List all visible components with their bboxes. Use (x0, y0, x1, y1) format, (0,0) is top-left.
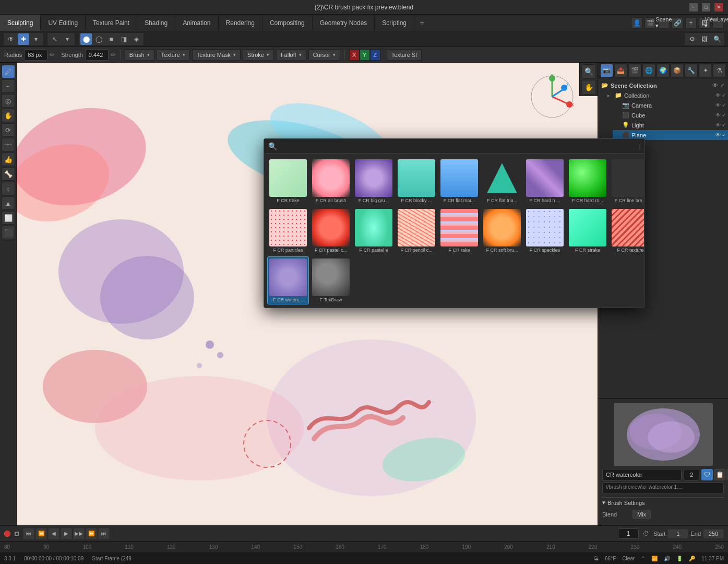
record-button[interactable] (4, 531, 10, 537)
tool-grab[interactable]: ✋ (2, 109, 15, 122)
brush-item-2[interactable]: F CR big gru... (353, 157, 395, 206)
cursor-dropdown[interactable]: Cursor (308, 49, 340, 61)
tree-check-icon[interactable]: ✓ (720, 82, 725, 89)
brush-copy-btn[interactable]: 📋 (714, 469, 725, 480)
brush-dropdown[interactable]: Brush (125, 49, 154, 61)
tree-cube[interactable]: ⬛ Cube 👁 ✓ (613, 110, 728, 120)
prop-world[interactable]: 🌍 (657, 64, 670, 77)
z-axis-btn[interactable]: Z (370, 49, 380, 61)
plane-check[interactable]: ✓ (722, 132, 726, 138)
tool-pinch[interactable]: ◎ (2, 94, 15, 108)
prop-render[interactable]: 📷 (600, 64, 613, 77)
stroke-dropdown[interactable]: Stroke (243, 49, 274, 61)
texture-mask-dropdown[interactable]: Texture Mask (192, 49, 241, 61)
header-icon-2[interactable]: 🎬 (645, 17, 656, 29)
prop-output[interactable]: 📤 (614, 64, 627, 77)
blend-value[interactable]: Mix (632, 510, 651, 519)
brush-item-18[interactable]: F CR waterc... (267, 256, 309, 305)
brush-item-12[interactable]: F CR pencil c... (396, 207, 437, 255)
tl-prev-frame[interactable]: ◀ (48, 528, 59, 539)
tab-sculpting[interactable]: Sculpting (0, 15, 41, 31)
icon-lock[interactable]: 🔍 (581, 64, 596, 79)
viewport-gizmo[interactable]: Y X Z (529, 73, 576, 120)
tree-eye-icon[interactable]: 👁 (712, 82, 718, 89)
header-icon-4[interactable]: + (685, 17, 697, 29)
icon-material[interactable]: ◨ (118, 33, 129, 45)
brush-item-5[interactable]: F CR flat tria... (481, 157, 523, 206)
tab-rendering[interactable]: Rendering (219, 15, 262, 31)
collection-eye[interactable]: 👁 (715, 92, 721, 98)
icon-search-right[interactable]: 🔍 (711, 33, 723, 45)
light-eye[interactable]: 👁 (715, 122, 721, 128)
tool-elastic[interactable]: ⟳ (2, 123, 15, 137)
brush-item-14[interactable]: F CR soft bru... (481, 207, 523, 255)
header-icon-3[interactable]: 🔗 (672, 17, 683, 29)
cube-check[interactable]: ✓ (722, 112, 726, 118)
collection-check[interactable]: ✓ (722, 92, 726, 98)
icon-cursor-more[interactable]: ▾ (62, 33, 73, 45)
cube-eye[interactable]: 👁 (715, 112, 721, 118)
x-axis-btn[interactable]: X (349, 49, 360, 61)
tool-draw[interactable]: 🖊 (2, 65, 15, 78)
tl-skip-end[interactable]: ⏭ (98, 528, 110, 539)
tab-uv-editing[interactable]: UV Editing (41, 15, 86, 31)
icon-more[interactable]: ▾ (30, 33, 42, 45)
tool-snake[interactable]: 〰 (2, 138, 15, 151)
header-view-layer[interactable]: ViewLayer ▾ (712, 17, 724, 29)
brush-shield-btn[interactable]: 🛡 (701, 469, 713, 480)
icon-hand[interactable]: ✋ (581, 80, 596, 95)
prop-particle[interactable]: ✦ (699, 64, 712, 77)
prop-scene[interactable]: 🌐 (642, 64, 655, 77)
close-button[interactable]: ✕ (714, 3, 723, 11)
keyframe-btn[interactable] (15, 532, 19, 536)
prop-object[interactable]: 📦 (671, 64, 684, 77)
brush-settings-header[interactable]: ▾ Brush Settings (602, 497, 724, 508)
tab-scripting[interactable]: Scripting (375, 15, 414, 31)
brush-item-11[interactable]: F CR pastel e (353, 207, 395, 255)
brush-item-1[interactable]: F CR air brush (310, 157, 352, 206)
tl-next-frame[interactable]: ▶▶ (73, 528, 85, 539)
maximize-button[interactable]: □ (702, 3, 710, 11)
brush-item-3[interactable]: F CR blocky ... (396, 157, 437, 206)
tl-back-key[interactable]: ⏪ (35, 528, 47, 539)
tool-smooth[interactable]: ~ (2, 79, 15, 93)
icon-solid[interactable]: ■ (105, 33, 117, 45)
falloff-dropdown[interactable]: Falloff (276, 49, 306, 61)
tree-collection[interactable]: ▸ 📁 Collection 👁 ✓ (605, 90, 728, 100)
brush-item-0[interactable]: F CR trake (267, 157, 309, 206)
tool-mask[interactable]: ⬜ (2, 211, 15, 225)
icon-cursor[interactable]: ↖ (49, 33, 61, 45)
icon-sphere[interactable]: ⬤ (80, 33, 92, 45)
brush-search-input[interactable] (280, 143, 634, 150)
brush-item-7[interactable]: F CR hard ro... (567, 157, 608, 206)
tool-scrape[interactable]: ▲ (2, 196, 15, 210)
prop-modifier[interactable]: 🔧 (685, 64, 698, 77)
header-icon-scene[interactable]: Scene ▾ (658, 17, 670, 29)
add-workspace-button[interactable]: + (414, 15, 429, 31)
tab-compositing[interactable]: Compositing (262, 15, 313, 31)
icon-prop[interactable]: ⚙ (686, 33, 698, 45)
icon-image[interactable]: 🖼 (699, 33, 710, 45)
light-check[interactable]: ✓ (722, 122, 726, 128)
prop-physics[interactable]: ⚗ (713, 64, 726, 77)
tab-geometry-nodes[interactable]: Geometry Nodes (313, 15, 375, 31)
brush-item-6[interactable]: F CR hard n ... (524, 157, 566, 206)
brush-path-field[interactable]: //brush preview\cr watercolor 1.... (602, 483, 724, 494)
tree-camera[interactable]: 📷 Camera 👁 ✓ (613, 100, 728, 110)
strength-value[interactable]: 0.442 (85, 49, 109, 61)
tl-play[interactable]: ▶ (61, 528, 72, 539)
camera-check[interactable]: ✓ (722, 102, 726, 108)
brush-number-input[interactable] (684, 469, 699, 480)
texture-space-btn[interactable]: Texture Sl (387, 49, 422, 61)
brush-item-16[interactable]: F CR strake (567, 207, 608, 255)
tree-light[interactable]: 💡 Light 👁 ✓ (613, 120, 728, 130)
tab-shading[interactable]: Shading (137, 15, 175, 31)
brush-name-input[interactable] (602, 469, 682, 480)
brush-item-9[interactable]: F CR particles (267, 207, 309, 255)
tool-push-pull[interactable]: ↕ (2, 182, 15, 195)
header-icon-1[interactable]: 👤 (631, 17, 642, 29)
brush-item-4[interactable]: F CR flat mar... (438, 157, 480, 206)
icon-render[interactable]: ◈ (130, 33, 142, 45)
minimize-button[interactable]: − (689, 3, 698, 11)
icon-eye[interactable]: 👁 (5, 33, 17, 45)
